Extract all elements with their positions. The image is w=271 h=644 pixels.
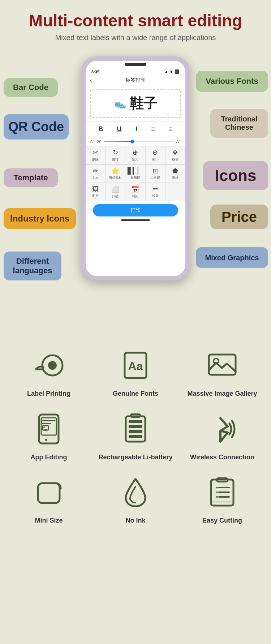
icons-mat-label: 图标素材 (109, 176, 122, 180)
easy-cutting-label: Easy Cutting (202, 516, 242, 525)
header-section: Multi-content smart editing Mixed-text l… (0, 0, 271, 46)
app-editing-label: App Editing (31, 453, 67, 461)
diff-lang-bubble: Different languages (4, 252, 61, 280)
grid-zoom-out[interactable]: ⊖ 缩小 (146, 146, 165, 164)
grid-row-3: 🖼 图片 ⬜ 扫描 📅 时间 ═ 线条 (86, 183, 185, 201)
svg-rect-19 (129, 430, 142, 433)
easy-cutting-icon-wrapper: ★ ★ ★ (202, 472, 242, 512)
mini-size-icon (33, 476, 65, 508)
rechargeable-icon (119, 413, 152, 445)
svg-rect-21 (38, 483, 60, 503)
label-printing-label: Label Printing (27, 390, 70, 398)
italic-btn[interactable]: I (134, 125, 139, 134)
grid-image[interactable]: 🖼 图片 (86, 183, 106, 201)
font-size-min: A⁻ (90, 139, 95, 144)
rotate-label: 旋转 (112, 157, 119, 162)
phone-frame: 8:35 ▲ ▼ ⬛ ‹ 标签打印 👟 鞋子 B U I (81, 56, 190, 280)
feature-no-ink: No Ink (94, 472, 177, 525)
grid-line[interactable]: ═ 线条 (146, 183, 165, 201)
slider-thumb (130, 140, 134, 143)
image-icon: 🖼 (92, 185, 99, 193)
wireless-label: Wireless Connection (190, 453, 254, 461)
barcode-label: 条形码 (130, 176, 140, 180)
svg-rect-5 (209, 355, 236, 375)
grid-text[interactable]: ✏ 文本 (86, 165, 106, 183)
rotate-icon: ↻ (113, 149, 118, 156)
grid-rotate[interactable]: ↻ 旋转 (106, 146, 125, 164)
status-icons: ▲ ▼ ⬛ (164, 69, 180, 74)
feature-wireless: Wireless Connection (181, 409, 264, 461)
massive-image-icon-wrapper (202, 345, 242, 385)
font-size-slider[interactable] (104, 141, 174, 142)
zoom-in-icon: ⊕ (133, 149, 138, 156)
label-text: 鞋子 (130, 94, 157, 113)
feature-rechargeable: Rechargeable Li-battery (94, 409, 177, 461)
feature-label-printing: Label Printing (7, 345, 90, 398)
features-section: Label Printing Aa Genuine Fonts (0, 335, 271, 536)
feature-mini-size: Mini Size (7, 472, 90, 525)
zoom-in-label: 放大 (132, 157, 138, 162)
grid-barcode[interactable]: ▋▎▏ 条形码 (125, 165, 145, 183)
grid-zoom-in[interactable]: ⊕ 放大 (125, 146, 145, 164)
shape-icon: ⬟ (172, 167, 178, 175)
print-button[interactable]: 打印 (93, 204, 178, 216)
align-right-btn[interactable]: ≡ (167, 125, 174, 134)
label-preview: 👟 鞋子 (90, 89, 181, 118)
format-toolbar: B U I ≡ ≡ (86, 121, 185, 137)
main-title: Multi-content smart editing (7, 11, 264, 31)
label-printing-icon (33, 349, 65, 382)
features-grid: Label Printing Aa Genuine Fonts (7, 345, 264, 525)
app-editing-icon (33, 413, 65, 445)
no-ink-label: No Ink (125, 516, 145, 525)
grid-qrcode[interactable]: ⊞ 二维码 (146, 165, 165, 183)
wireless-icon (206, 413, 238, 445)
mini-size-label: Mini Size (35, 516, 63, 525)
move-icon: ✥ (172, 149, 178, 156)
bold-btn[interactable]: B (97, 125, 104, 134)
back-button[interactable]: ‹ (90, 77, 92, 83)
industry-icons-bubble: Industry Icons (4, 208, 76, 229)
phone-outer: 8:35 ▲ ▼ ⬛ ‹ 标签打印 👟 鞋子 B U I (81, 56, 190, 280)
grid-icons[interactable]: ⭐ 图标素材 (106, 165, 125, 183)
font-size-max: A⁺ (176, 139, 181, 144)
align-left-btn[interactable]: ≡ (150, 125, 156, 134)
feature-easy-cutting: ★ ★ ★ Easy Cutting (181, 472, 264, 525)
mini-size-icon-wrapper (29, 472, 69, 512)
nav-title: 标签打印 (125, 77, 146, 83)
phone-nav: ‹ 标签打印 (86, 76, 185, 85)
massive-image-icon (206, 349, 238, 382)
grid-shape[interactable]: ⬟ 形状 (165, 165, 185, 183)
mixed-graphics-bubble: Mixed Graphics (196, 247, 268, 268)
image-label: 图片 (92, 194, 99, 198)
trad-chinese-bubble: Traditional Chinese (210, 109, 268, 138)
svg-point-1 (48, 361, 57, 370)
scan-label: 扫描 (112, 194, 119, 199)
time-icon: 📅 (131, 185, 139, 193)
svg-text:Aa: Aa (128, 360, 143, 373)
underline-btn[interactable]: U (116, 125, 123, 134)
svg-text:★: ★ (215, 490, 219, 494)
move-label: 移动 (172, 157, 178, 162)
icons-mat-icon: ⭐ (111, 167, 119, 175)
phone-section: Bar Code QR Code Template Industry Icons… (0, 49, 271, 331)
no-ink-icon-wrapper (116, 472, 155, 512)
svg-point-13 (44, 429, 47, 431)
feature-massive-image: Massive Image Gallery (181, 345, 264, 398)
barcode-bubble: Bar Code (4, 78, 58, 97)
easy-cutting-icon: ★ ★ ★ (206, 476, 238, 508)
qrcode-bubble: QR Code (4, 114, 69, 139)
qrcode-icon: ⊞ (152, 167, 158, 175)
massive-image-label: Massive Image Gallery (187, 390, 257, 398)
genuine-fonts-icon: Aa (119, 349, 152, 382)
feature-app-editing: App Editing (7, 409, 90, 461)
grid-delete[interactable]: ✂ 删除 (86, 146, 106, 164)
fonts-bubble: Various Fonts (196, 71, 268, 92)
grid-move[interactable]: ✥ 移动 (165, 146, 185, 164)
zoom-out-icon: ⊖ (152, 149, 158, 156)
svg-text:★: ★ (215, 495, 219, 499)
home-bar (121, 219, 150, 221)
template-bubble: Template (4, 168, 58, 187)
grid-scan[interactable]: ⬜ 扫描 (106, 183, 125, 201)
font-size-row: A⁻ 20 A⁺ (86, 137, 185, 146)
grid-time[interactable]: 📅 时间 (125, 183, 145, 201)
